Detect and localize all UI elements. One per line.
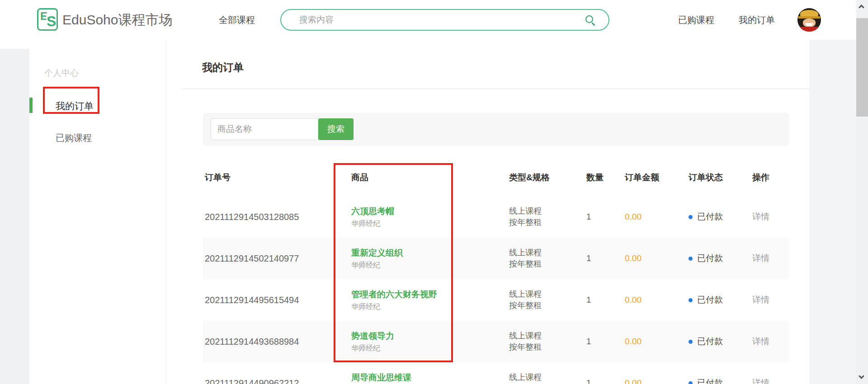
col-header-amount: 订单金额 xyxy=(623,172,687,183)
order-type: 线上课程 xyxy=(509,206,585,217)
chevron-down-icon xyxy=(859,373,864,379)
order-status: 已付款 xyxy=(687,253,750,264)
order-type: 线上课程 xyxy=(509,330,585,342)
table-row: 2021112914490962212 周导商业思维课 华师经纪 线上课程 按人… xyxy=(203,362,789,384)
order-status: 已付款 xyxy=(687,377,750,384)
paid-status-dot xyxy=(689,340,693,344)
scrollbar-thumb[interactable] xyxy=(856,18,868,117)
page-title: 我的订单 xyxy=(202,61,244,75)
scroll-down-button[interactable] xyxy=(856,370,868,384)
left-gutter xyxy=(0,49,29,384)
order-type: 线上课程 xyxy=(509,289,585,300)
logo-letter-s: S xyxy=(46,14,57,28)
sidebar-divider xyxy=(166,40,166,384)
detail-link[interactable]: 详情 xyxy=(752,212,769,221)
active-item-indicator xyxy=(29,98,33,113)
sidebar-panel xyxy=(29,40,166,384)
paid-status-dot xyxy=(689,298,693,302)
order-spec: 按年整租 xyxy=(509,217,585,228)
status-label: 已付款 xyxy=(697,377,723,384)
table-row: 2021112914495615494 管理者的六大财务视野 华师经纪 线上课程… xyxy=(203,279,789,321)
order-amount: 0.00 xyxy=(623,295,687,305)
detail-link[interactable]: 详情 xyxy=(752,253,769,263)
product-name-filter-input[interactable] xyxy=(211,118,318,140)
product-vendor: 华师经纪 xyxy=(351,219,507,229)
order-amount: 0.00 xyxy=(623,378,687,384)
order-amount: 0.00 xyxy=(623,253,687,263)
product-vendor: 华师经纪 xyxy=(351,344,507,353)
edusoho-logo-icon[interactable]: E S xyxy=(37,8,58,31)
search-icon[interactable] xyxy=(585,15,593,23)
status-label: 已付款 xyxy=(697,294,723,306)
detail-link[interactable]: 详情 xyxy=(752,295,769,304)
table-header-row: 订单号 商品 类型&规格 数量 订单金额 订单状态 操作 xyxy=(203,159,789,196)
scroll-up-button[interactable] xyxy=(856,0,868,14)
status-label: 已付款 xyxy=(697,336,723,347)
order-qty: 1 xyxy=(585,253,623,263)
filter-search-button[interactable]: 搜索 xyxy=(318,118,354,140)
detail-link[interactable]: 详情 xyxy=(752,337,769,346)
product-vendor: 华师经纪 xyxy=(351,261,507,270)
order-qty: 1 xyxy=(585,378,623,384)
title-divider xyxy=(182,89,809,89)
sidebar-item-purchased-courses[interactable]: 已购课程 xyxy=(56,132,92,144)
orders-table: 订单号 商品 类型&规格 数量 订单金额 订单状态 操作 20211129145… xyxy=(203,159,789,384)
order-qty: 1 xyxy=(585,295,623,305)
col-header-type-spec: 类型&规格 xyxy=(507,172,585,183)
sidebar-item-my-orders[interactable]: 我的订单 xyxy=(56,100,94,112)
header-search-box xyxy=(280,9,609,31)
order-number: 2021112914503128085 xyxy=(203,212,349,222)
detail-link[interactable]: 详情 xyxy=(752,378,769,384)
order-status: 已付款 xyxy=(687,336,750,347)
paid-status-dot xyxy=(689,215,693,219)
product-vendor: 华师经纪 xyxy=(351,302,507,312)
order-spec: 按年整租 xyxy=(509,300,585,311)
product-link[interactable]: 周导商业思维课 xyxy=(351,372,507,384)
page-scrollbar[interactable] xyxy=(856,0,868,384)
order-spec: 按年整租 xyxy=(509,258,585,270)
order-amount: 0.00 xyxy=(623,337,687,347)
order-status: 已付款 xyxy=(687,294,750,306)
order-qty: 1 xyxy=(585,337,623,347)
col-header-order-no: 订单号 xyxy=(203,172,349,183)
sidebar-section-title: 个人中心 xyxy=(44,67,79,79)
col-header-status: 订单状态 xyxy=(687,172,750,183)
brand-title: EduSoho课程市场 xyxy=(62,0,172,40)
product-link[interactable]: 管理者的六大财务视野 xyxy=(351,289,507,300)
edusoho-order-page: E S EduSoho课程市场 全部课程 已购课程 我的订单 个人中心 我的订单… xyxy=(0,0,868,384)
chevron-up-icon xyxy=(859,5,864,10)
order-number: 2021112914495615494 xyxy=(203,295,349,305)
order-status: 已付款 xyxy=(687,211,750,223)
table-row: 2021112914502140977 重新定义组织 华师经纪 线上课程 按年整… xyxy=(203,238,789,279)
header-link-purchased-courses[interactable]: 已购课程 xyxy=(678,0,714,40)
order-amount: 0.00 xyxy=(623,212,687,222)
col-header-product: 商品 xyxy=(349,172,507,183)
paid-status-dot xyxy=(689,381,693,384)
product-link[interactable]: 六顶思考帽 xyxy=(351,206,507,217)
left-notch xyxy=(0,40,29,49)
table-row: 2021112914503128085 六顶思考帽 华师经纪 线上课程 按年整租… xyxy=(203,196,789,238)
product-link[interactable]: 重新定义组织 xyxy=(351,247,507,259)
order-number: 2021112914502140977 xyxy=(203,253,349,264)
order-spec: 按年整租 xyxy=(509,342,585,353)
order-type: 线上课程 xyxy=(509,247,585,258)
status-label: 已付款 xyxy=(697,211,723,223)
paid-status-dot xyxy=(689,257,693,261)
order-number: 2021112914490962212 xyxy=(203,378,349,384)
nav-all-courses[interactable]: 全部课程 xyxy=(219,0,255,40)
table-row: 2021112914493688984 势道领导力 华师经纪 线上课程 按年整租… xyxy=(203,321,789,362)
col-header-action: 操作 xyxy=(750,172,787,183)
order-filter-panel: 搜索 xyxy=(203,113,789,146)
header-link-my-orders[interactable]: 我的订单 xyxy=(739,0,775,40)
header-search-input[interactable] xyxy=(299,10,580,30)
order-type: 线上课程 xyxy=(509,372,585,383)
product-link[interactable]: 势道领导力 xyxy=(351,330,507,342)
order-number: 2021112914493688984 xyxy=(203,337,349,347)
status-label: 已付款 xyxy=(697,253,723,264)
order-qty: 1 xyxy=(585,212,623,222)
col-header-qty: 数量 xyxy=(585,172,623,183)
user-avatar[interactable] xyxy=(797,8,821,32)
